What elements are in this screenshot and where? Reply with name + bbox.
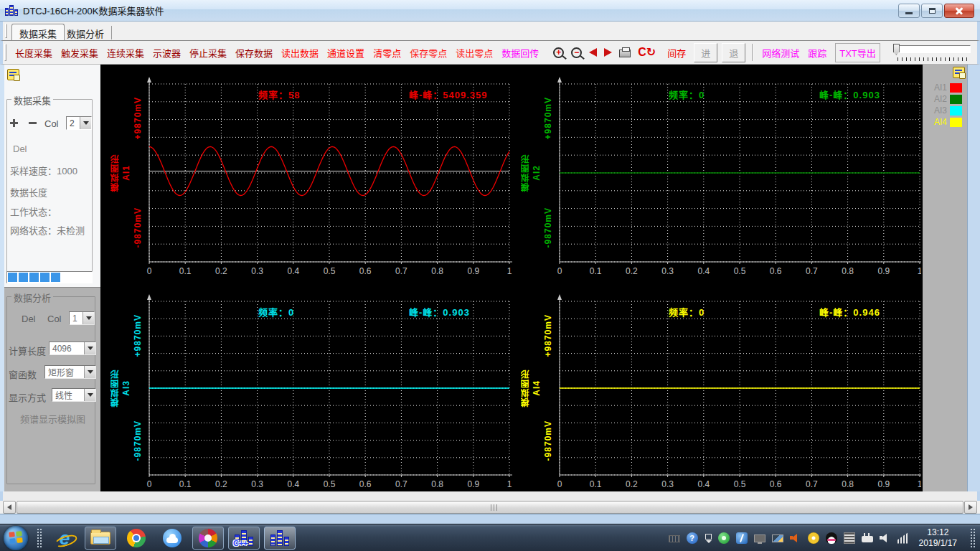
toolbar-right-button-1[interactable]: 网络测试: [762, 46, 799, 60]
minimize-icon: [905, 12, 913, 14]
chevron-down-icon[interactable]: [80, 117, 91, 129]
toolbar-button-11[interactable]: 读出零点: [456, 46, 493, 60]
toolbar-right-button-3[interactable]: TXT导出: [835, 43, 880, 62]
x-tick-label: 0.1: [173, 266, 197, 276]
taskbar-app-vcpp[interactable]: C++: [228, 527, 260, 550]
x-tick-label: 0.2: [619, 479, 644, 489]
taskbar-app-ie[interactable]: e: [49, 527, 80, 550]
chrome-icon: [127, 529, 146, 547]
x-tick-label: 0.9: [461, 479, 486, 489]
qq-tray-icon[interactable]: [826, 532, 837, 544]
col-count-select-analysis[interactable]: 1: [69, 311, 95, 325]
legend-item-AI1[interactable]: AI1: [923, 82, 967, 93]
toolbar-grip[interactable]: [5, 24, 7, 38]
refresh-icon[interactable]: C↻: [638, 47, 656, 57]
display-mode-select[interactable]: 线性: [52, 388, 96, 402]
safety-tray-icon[interactable]: [718, 532, 730, 544]
chevron-down-icon[interactable]: [83, 312, 94, 324]
keyboard-tray-icon[interactable]: [669, 535, 680, 542]
title-bar[interactable]: DTCJ-16CH-200K数据采集器软件: [0, 0, 980, 22]
media-volume-tray-icon[interactable]: [790, 533, 801, 545]
toolbar-button-12[interactable]: 数据回传: [501, 46, 539, 60]
forward-button[interactable]: 进: [694, 43, 717, 62]
calc-length-select[interactable]: 4096: [49, 342, 96, 355]
toolbar-button-5[interactable]: 停止采集: [189, 46, 227, 60]
remove-channel-icon[interactable]: [29, 122, 37, 124]
x-tick-label: 0.4: [692, 479, 716, 489]
legend-item-AI3[interactable]: AI3: [923, 105, 967, 116]
toolbar-button-9[interactable]: 清零点: [373, 46, 401, 60]
scrollbar-thumb[interactable]: [17, 501, 963, 514]
sample-rate-value: 1000: [57, 166, 77, 176]
start-button[interactable]: [4, 526, 28, 550]
toolbar-button-4[interactable]: 示波器: [153, 46, 181, 60]
toolbar-button-6[interactable]: 保存数据: [235, 46, 273, 60]
help-tray-icon[interactable]: ?: [687, 532, 698, 544]
close-button[interactable]: [944, 4, 974, 18]
scroll-right-button[interactable]: [964, 501, 977, 514]
bluetooth-tray-icon[interactable]: [736, 532, 748, 544]
legend-item-AI2[interactable]: AI2: [923, 93, 967, 105]
back-button[interactable]: 退: [722, 43, 745, 62]
toolbar-button-8[interactable]: 通道设置: [327, 46, 364, 60]
toolbar-button-2[interactable]: 触发采集: [61, 46, 98, 60]
freq-readout-AI2: 频率：0: [669, 88, 705, 101]
horizontal-scrollbar[interactable]: [3, 501, 977, 514]
toolbar-button-1[interactable]: 长度采集: [15, 46, 52, 60]
note-icon[interactable]: [7, 69, 19, 80]
sidebar: 数据采集 Col 2 Del 采样速度：1000 数据长度 工作状态： 网络状态…: [0, 65, 100, 491]
legend-label: AI3: [923, 105, 947, 116]
taskbar-app-game-center[interactable]: [192, 527, 224, 550]
taskbar-app-dtcj-app[interactable]: [264, 527, 296, 550]
taskbar-app-cloud-browser[interactable]: [156, 527, 188, 550]
tab-data-acquisition[interactable]: 数据采集: [11, 24, 65, 40]
del-button-analysis[interactable]: Del: [22, 314, 36, 324]
legend-item-AI4[interactable]: AI4: [923, 116, 967, 128]
toolbar-slider[interactable]: [892, 43, 972, 62]
mem-button[interactable]: 间存: [667, 46, 686, 60]
window-fn-select[interactable]: 矩形窗: [44, 365, 96, 379]
slider-thumb[interactable]: [893, 44, 900, 55]
show-hidden-tray-icon[interactable]: [705, 532, 712, 544]
toolbar-button-3[interactable]: 连续采集: [107, 46, 144, 60]
chevron-down-icon[interactable]: [84, 366, 95, 378]
projector-tray-icon[interactable]: [754, 534, 765, 542]
add-channel-icon[interactable]: [10, 119, 18, 127]
taskbar-app-explorer[interactable]: [85, 527, 116, 550]
vcpp-icon: C++: [235, 530, 253, 546]
toolbar-button-10[interactable]: 保存零点: [410, 46, 447, 60]
taskbar-clock[interactable]: 13:12 2019/1/17: [919, 527, 957, 549]
zoom-in-icon[interactable]: +: [553, 47, 564, 58]
legend-label: AI4: [923, 117, 947, 127]
clock-date: 2019/1/17: [919, 538, 957, 549]
progress-block: [29, 273, 39, 282]
toolbar-right-button-2[interactable]: 跟踪: [808, 46, 826, 60]
note-icon[interactable]: [953, 67, 965, 78]
print-icon[interactable]: [619, 50, 631, 57]
cloud-browser-icon: [163, 529, 182, 547]
display-tray-icon[interactable]: [772, 534, 783, 542]
task-list-tray-icon[interactable]: [844, 532, 855, 544]
restore-button[interactable]: [921, 4, 943, 18]
taskbar-app-chrome[interactable]: [121, 527, 152, 550]
chevron-down-icon[interactable]: [84, 389, 95, 401]
arrow-left-icon[interactable]: [589, 48, 597, 57]
toolbar-button-7[interactable]: 读出数据: [281, 46, 319, 60]
col-count-select[interactable]: 2: [66, 116, 92, 130]
x-tick-label: 0.8: [836, 479, 860, 489]
x-tick-label: 0.9: [872, 266, 896, 276]
scroll-left-button[interactable]: [3, 501, 16, 514]
arrow-right-icon[interactable]: [604, 48, 612, 57]
x-tick-label: 0.7: [389, 479, 413, 489]
tab-data-analysis[interactable]: 数据分析: [60, 26, 112, 39]
cd-drive-tray-icon[interactable]: [808, 532, 819, 544]
volume-tray-icon[interactable]: [880, 533, 891, 545]
network-signal-tray-icon[interactable]: [897, 532, 909, 544]
minimize-button[interactable]: [898, 4, 920, 18]
x-tick-label: 0.9: [461, 266, 486, 276]
chevron-down-icon[interactable]: [84, 342, 95, 354]
zoom-out-icon[interactable]: −: [571, 47, 582, 58]
del-button[interactable]: Del: [13, 143, 27, 154]
toolbar-grip[interactable]: [4, 44, 6, 61]
power-plug-tray-icon[interactable]: [862, 536, 873, 542]
